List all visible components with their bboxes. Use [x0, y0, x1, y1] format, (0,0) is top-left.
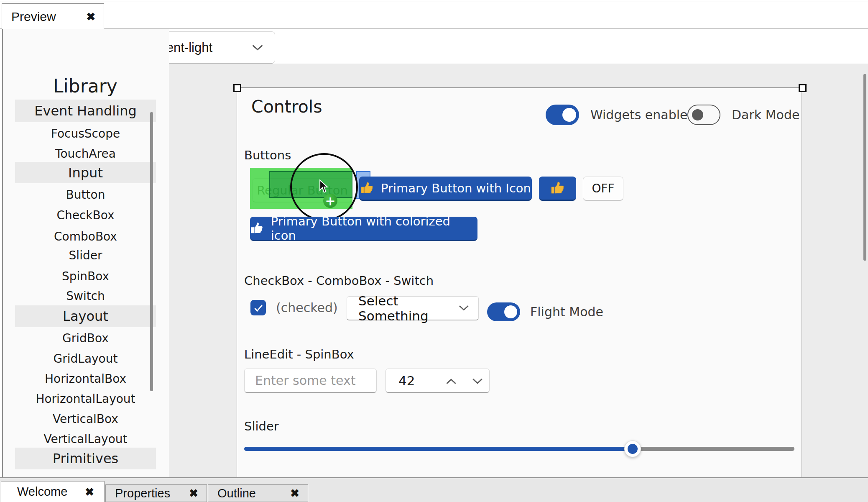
edit-section-heading: LineEdit - SpinBox [244, 347, 354, 361]
off-toggle-button[interactable]: OFF [583, 177, 623, 201]
slider-handle-dot [628, 444, 638, 454]
library-item-combobox[interactable]: ComboBox [15, 226, 156, 246]
tab-welcome-label: Welcome [17, 485, 67, 499]
tab-outline[interactable]: Outline ✖ [208, 484, 308, 502]
slider-heading: Slider [244, 419, 279, 433]
controls-panel[interactable]: Controls Widgets enabled Dark Mode Butto… [237, 87, 802, 477]
checkbox-checked[interactable] [250, 300, 266, 315]
line-edit-input[interactable] [245, 373, 376, 388]
library-section-event-handling[interactable]: Event Handling [15, 100, 156, 122]
chevron-down-icon [251, 44, 264, 51]
spinbox-increment-icon[interactable] [445, 378, 457, 384]
off-button-label: OFF [592, 182, 614, 195]
canvas-scrollbar[interactable] [863, 74, 866, 261]
library-item-button[interactable]: Button [15, 184, 156, 205]
panel-title: Controls [251, 97, 322, 117]
dark-mode-toggle[interactable] [687, 105, 720, 125]
library-item-verticalbox[interactable]: VerticalBox [15, 409, 156, 429]
thumbs-up-icon [550, 181, 565, 196]
close-icon[interactable]: ✖ [290, 488, 299, 499]
library-section-primitives[interactable]: Primitives [15, 448, 156, 469]
slider-handle[interactable] [624, 441, 641, 457]
close-icon[interactable]: ✖ [86, 11, 95, 22]
toggle-knob [562, 108, 576, 122]
select-something-combobox[interactable]: Select Something [347, 296, 479, 320]
selection-handle-top-right[interactable] [799, 84, 807, 92]
close-icon[interactable]: ✖ [189, 488, 198, 499]
widgets-enabled-toggle[interactable] [546, 105, 579, 125]
tab-preview-label: Preview [11, 10, 56, 24]
plus-icon: + [325, 194, 335, 208]
tab-welcome[interactable]: Welcome ✖ [1, 481, 105, 502]
preview-tabbar-baseline [0, 28, 868, 29]
library-section-input[interactable]: Input [15, 162, 156, 183]
library-item-verticallayout[interactable]: VerticalLayout [15, 429, 156, 449]
library-item-gridlayout[interactable]: GridLayout [15, 348, 156, 369]
thumbs-up-icon-button[interactable] [539, 177, 576, 201]
library-item-toucharea[interactable]: TouchArea [15, 143, 156, 164]
check-icon [253, 302, 264, 313]
library-item-horizontalbox[interactable]: HorizontalBox [15, 369, 156, 389]
widgets-enabled-label: Widgets enabled [590, 105, 696, 125]
tab-properties-label: Properties [115, 487, 170, 500]
thumbs-up-icon-white [250, 221, 264, 236]
library-section-layout[interactable]: Layout [15, 305, 156, 327]
spinbox[interactable]: 42 [385, 369, 490, 393]
checkbox-label: (checked) [276, 297, 338, 318]
colorized-button-label: Primary Button with colorized icon [271, 214, 477, 243]
library-item-slider[interactable]: Slider [15, 245, 156, 265]
tab-properties[interactable]: Properties ✖ [105, 484, 207, 502]
mouse-cursor-icon [319, 179, 329, 193]
design-canvas[interactable]: Controls Widgets enabled Dark Mode Butto… [169, 64, 868, 477]
primary-button-label: Primary Button with Icon [381, 181, 531, 195]
slider-track-filled[interactable] [244, 447, 633, 451]
flight-mode-label: Flight Mode [530, 302, 603, 322]
library-item-checkbox[interactable]: CheckBox [15, 205, 156, 225]
drag-add-badge: + [323, 194, 337, 208]
chevron-down-icon [459, 305, 469, 311]
dark-mode-label: Dark Mode [732, 105, 799, 125]
window-top-border [0, 2, 868, 2]
line-edit[interactable] [244, 369, 377, 393]
library-item-switch[interactable]: Switch [15, 286, 156, 306]
combobox-value: Select Something [358, 293, 459, 323]
library-scrollbar[interactable] [150, 112, 153, 391]
close-icon[interactable]: ✖ [85, 487, 94, 497]
library-item-focusscope[interactable]: FocusScope [15, 123, 156, 143]
tab-preview[interactable]: Preview ✖ [2, 3, 104, 29]
toggle-knob [692, 109, 703, 120]
slider-track-empty[interactable] [633, 447, 794, 451]
library-item-spinbox[interactable]: SpinBox [15, 266, 156, 286]
buttons-heading: Buttons [244, 148, 291, 162]
spinbox-value: 42 [398, 373, 415, 388]
spinbox-decrement-icon[interactable] [472, 378, 483, 384]
library-title: Library [8, 75, 162, 97]
selection-handle-top-left[interactable] [233, 84, 241, 92]
flight-mode-toggle[interactable] [487, 302, 520, 321]
combo-section-heading: CheckBox - ComboBox - Switch [244, 274, 434, 288]
library-item-gridbox[interactable]: GridBox [15, 328, 156, 348]
tab-outline-label: Outline [217, 487, 256, 500]
thumbs-up-icon [360, 181, 374, 195]
toggle-knob [504, 305, 517, 318]
primary-button-colorized[interactable]: Primary Button with colorized icon [250, 217, 477, 241]
library-item-horizontallayout[interactable]: HorizontalLayout [15, 389, 156, 409]
primary-button-with-icon[interactable]: Primary Button with Icon [359, 177, 532, 201]
